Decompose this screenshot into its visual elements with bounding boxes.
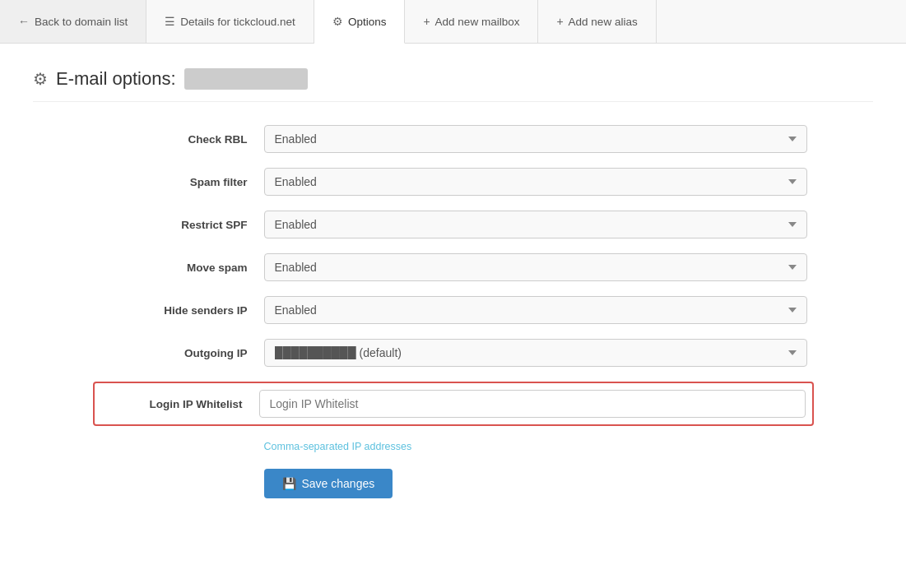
label-restrict-spf: Restrict SPF <box>100 219 264 231</box>
label-login-ip-whitelist: Login IP Whitelist <box>95 398 259 410</box>
whitelist-helper-text: Comma-separated IP addresses <box>100 441 807 452</box>
label-hide-senders-ip: Hide senders IP <box>100 304 264 317</box>
control-move-spam: Enabled Disabled <box>264 253 807 281</box>
control-outgoing-ip: ██████████ (default) <box>264 339 807 367</box>
save-button-wrap: 💾 Save changes <box>100 452 807 498</box>
tab-bar: ← Back to domain list ☰ Details for tick… <box>0 0 906 44</box>
input-login-ip-whitelist[interactable] <box>259 390 806 418</box>
select-restrict-spf[interactable]: Enabled Disabled <box>264 211 807 238</box>
form-row-restrict-spf: Restrict SPF Enabled Disabled <box>100 211 807 238</box>
save-button[interactable]: 💾 Save changes <box>264 469 393 498</box>
select-move-spam[interactable]: Enabled Disabled <box>264 253 807 281</box>
form-row-login-ip-whitelist: Login IP Whitelist <box>93 382 814 426</box>
tab-add-mailbox[interactable]: + Add new mailbox <box>405 0 538 43</box>
list-icon: ☰ <box>165 15 175 28</box>
tab-details[interactable]: ☰ Details for tickcloud.net <box>146 0 314 43</box>
control-restrict-spf: Enabled Disabled <box>264 211 807 238</box>
control-check-rbl: Enabled Disabled <box>264 125 807 153</box>
select-hide-senders-ip[interactable]: Enabled Disabled <box>264 296 807 324</box>
form-row-move-spam: Move spam Enabled Disabled <box>100 253 807 281</box>
save-icon: 💾 <box>282 477 296 490</box>
control-spam-filter: Enabled Disabled <box>264 168 807 196</box>
select-outgoing-ip[interactable]: ██████████ (default) <box>264 339 807 367</box>
page-gear-icon: ⚙ <box>33 69 48 89</box>
select-spam-filter[interactable]: Enabled Disabled <box>264 168 807 196</box>
control-hide-senders-ip: Enabled Disabled <box>264 296 807 324</box>
domain-name-blurred: .net <box>184 68 308 90</box>
plus-mailbox-icon: + <box>423 15 430 28</box>
label-outgoing-ip: Outgoing IP <box>100 347 264 359</box>
select-check-rbl[interactable]: Enabled Disabled <box>264 125 807 153</box>
page-title: ⚙ E-mail options: .net <box>33 68 873 102</box>
gear-tab-icon: ⚙ <box>332 15 343 28</box>
control-login-ip-whitelist <box>259 390 806 418</box>
form-row-check-rbl: Check RBL Enabled Disabled <box>100 125 807 153</box>
back-icon: ← <box>18 15 30 28</box>
form-row-outgoing-ip: Outgoing IP ██████████ (default) <box>100 339 807 367</box>
label-move-spam: Move spam <box>100 262 264 274</box>
form-table: Check RBL Enabled Disabled Spam filter E… <box>100 125 807 498</box>
tab-add-alias[interactable]: + Add new alias <box>538 0 656 43</box>
plus-alias-icon: + <box>556 15 563 28</box>
label-spam-filter: Spam filter <box>100 176 264 188</box>
form-row-spam-filter: Spam filter Enabled Disabled <box>100 168 807 196</box>
tab-options[interactable]: ⚙ Options <box>314 0 406 44</box>
page-content: ⚙ E-mail options: .net Check RBL Enabled… <box>0 44 906 523</box>
form-row-hide-senders-ip: Hide senders IP Enabled Disabled <box>100 296 807 324</box>
label-check-rbl: Check RBL <box>100 133 264 146</box>
tab-back[interactable]: ← Back to domain list <box>0 0 146 43</box>
